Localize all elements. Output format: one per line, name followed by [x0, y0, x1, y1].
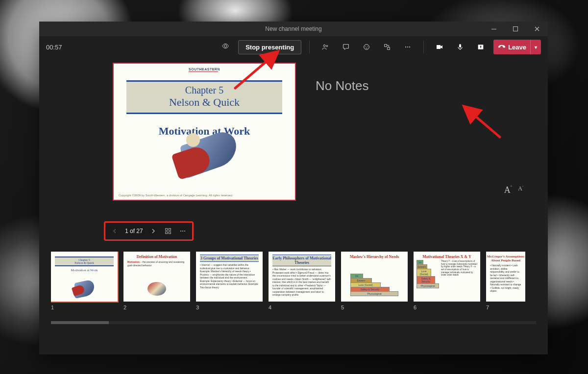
svg-point-8 [367, 46, 368, 47]
pyr-level: Physiological [350, 291, 398, 296]
thumbnail-strip[interactable]: Chapter 5Nelson & Quick Motivation at Wo… [51, 252, 548, 320]
pyr-level: Love (Social) [416, 269, 431, 277]
notes-panel: No Notes [316, 63, 538, 221]
svg-rect-14 [459, 44, 461, 47]
private-view-icon[interactable] [218, 39, 233, 55]
slide-footer: Copyright ©2009 by South-Western, a divi… [119, 194, 290, 197]
svg-point-13 [409, 47, 410, 47]
thumbnail-scrollbar[interactable] [51, 321, 536, 324]
svg-rect-17 [169, 229, 171, 231]
window-maximize-button[interactable] [505, 22, 526, 36]
thumb-num: 4 [269, 304, 335, 310]
thumbnail-7[interactable]: McGregor's Assumptions About People Base… [486, 252, 525, 320]
svg-point-12 [407, 47, 408, 47]
current-slide[interactable]: SOUTHEASTERN Chapter 5 Nelson & Quick Mo… [113, 63, 296, 201]
thumbnail-4[interactable]: Early Philosophers of Motivational Theor… [269, 252, 335, 320]
thumb-sub: Motivation at Work [51, 268, 118, 272]
hangup-icon [493, 43, 508, 51]
slide-chapter-line2: Nelson & Quick [126, 96, 282, 109]
svg-point-7 [365, 46, 366, 47]
thumb-num: 1 [51, 304, 118, 310]
font-decrease-button[interactable]: Aˇ [518, 185, 523, 195]
thumbnail-5[interactable]: Maslow's Hierarchy of Needs SA Esteem Lo… [341, 252, 408, 320]
thumbnail-2[interactable]: Definition of Motivation Motivation – th… [123, 252, 190, 320]
slide-chapter-line1: Chapter 5 [126, 85, 282, 96]
svg-rect-1 [514, 27, 518, 31]
more-actions-icon[interactable] [400, 39, 416, 55]
svg-point-4 [323, 45, 325, 47]
camera-icon[interactable] [432, 39, 447, 55]
participants-icon[interactable] [318, 39, 333, 55]
leave-button[interactable]: Leave ▾ [493, 40, 541, 54]
thumb-title: McGregor's Assumptions About People Base… [486, 255, 525, 262]
svg-point-6 [364, 45, 369, 50]
toolbar-divider [423, 41, 424, 53]
current-slide-container: SOUTHEASTERN Chapter 5 Nelson & Quick Mo… [113, 63, 296, 221]
notes-font-controls: Aˆ Aˇ [504, 185, 523, 195]
thumb-body: • Naturally indolent • Lack ambition, di… [486, 262, 525, 294]
thumb-num: 7 [486, 304, 525, 310]
presentation-area: SOUTHEASTERN Chapter 5 Nelson & Quick Mo… [39, 58, 548, 221]
svg-point-11 [405, 47, 406, 47]
svg-rect-10 [388, 47, 390, 50]
chat-icon[interactable] [338, 39, 354, 55]
microphone-icon[interactable] [452, 39, 468, 55]
prev-slide-button[interactable] [108, 225, 121, 237]
meeting-timer: 00:57 [46, 44, 85, 51]
thumb-num: 3 [196, 304, 263, 310]
thumb-num: 2 [123, 304, 190, 310]
meeting-window: New channel meeting 00:57 Stop presentin… [39, 22, 548, 354]
breakout-rooms-icon[interactable] [379, 39, 395, 55]
svg-rect-16 [165, 229, 167, 231]
svg-point-20 [180, 231, 181, 232]
svg-rect-19 [169, 232, 171, 234]
grid-view-button[interactable] [162, 225, 174, 237]
notes-empty-text: No Notes [316, 78, 538, 94]
meeting-toolbar: 00:57 Stop presenting [39, 36, 548, 58]
svg-rect-0 [491, 29, 496, 29]
thumbnail-6[interactable]: Motivational Theories X & Y SA Esteem Lo… [414, 252, 480, 320]
slide-logo: SOUTHEASTERN [189, 68, 220, 72]
window-minimize-button[interactable] [483, 22, 505, 36]
thumb-num: 6 [414, 304, 480, 310]
thumb-title: Early Philosophers of Motivational Theor… [272, 255, 331, 266]
share-tray-icon[interactable] [473, 39, 489, 55]
pyr-level: Safety & Security [416, 276, 435, 284]
thumb-body: • Max Weber — work contributes to salvat… [269, 266, 335, 298]
window-title: New channel meeting [265, 25, 321, 32]
thumb-title: 3 Groups of Motivational Theories [200, 255, 259, 262]
slide-nav-more-button[interactable] [176, 225, 189, 237]
stop-presenting-button[interactable]: Stop presenting [238, 40, 301, 54]
window-titlebar: New channel meeting [39, 22, 548, 36]
thumb-title: Motivational Theories X & Y [414, 255, 480, 259]
toolbar-divider [309, 41, 310, 53]
reactions-icon[interactable] [359, 39, 374, 55]
next-slide-button[interactable] [147, 225, 160, 237]
thumb-title: Definition of Motivation [123, 255, 190, 259]
svg-point-22 [184, 231, 185, 232]
pyr-level: Physiological [416, 283, 439, 288]
svg-rect-9 [385, 45, 387, 47]
thumb-body: • Internal — suggest that variables with… [196, 262, 263, 290]
svg-point-5 [326, 46, 328, 47]
slide-counter: 1 of 27 [123, 228, 145, 234]
window-close-button[interactable] [526, 22, 548, 36]
thumb-body: Theory Y – a set of assumptions of how t… [441, 260, 477, 288]
thumb-title: Maslow's Hierarchy of Needs [341, 255, 408, 259]
slide-illustration [172, 131, 236, 185]
leave-chevron-icon[interactable]: ▾ [530, 40, 541, 54]
svg-rect-18 [165, 232, 167, 234]
font-increase-button[interactable]: Aˆ [504, 185, 512, 195]
thumb-band2: Nelson & Quick [55, 261, 114, 264]
leave-label: Leave [508, 44, 530, 51]
thumbnail-1[interactable]: Chapter 5Nelson & Quick Motivation at Wo… [51, 252, 118, 320]
thumb-num: 5 [341, 304, 408, 310]
thumbnail-3[interactable]: 3 Groups of Motivational Theories • Inte… [196, 252, 263, 320]
slide-chapter-band: Chapter 5 Nelson & Quick [126, 80, 282, 114]
slide-nav-controls: 1 of 27 [104, 221, 194, 241]
thumbnail-scrollbar-thumb[interactable] [51, 321, 109, 324]
svg-point-21 [182, 231, 183, 232]
